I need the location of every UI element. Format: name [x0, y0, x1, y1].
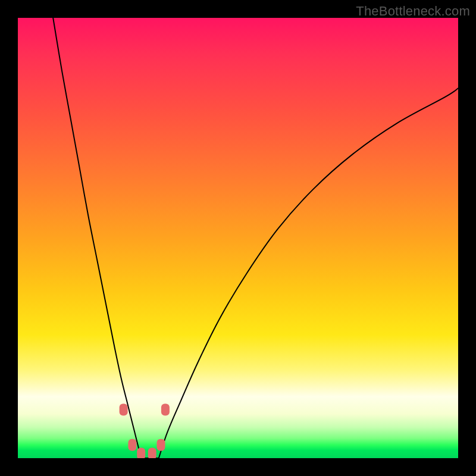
- gradient-background: [18, 18, 458, 458]
- plot-area: [18, 18, 458, 458]
- watermark-text: TheBottleneck.com: [356, 4, 470, 19]
- app-frame: TheBottleneck.com: [0, 0, 476, 476]
